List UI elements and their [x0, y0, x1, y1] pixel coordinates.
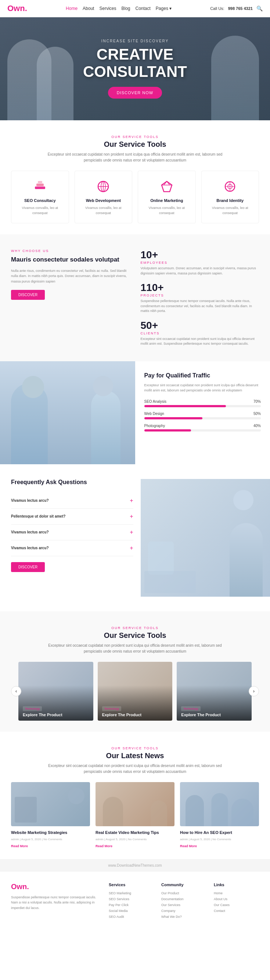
service-card-brand: Brand Identity Vivamus convallis, leo at…	[201, 171, 259, 223]
footer-links-item-3[interactable]: Our Cases	[214, 903, 259, 907]
marketing-card-desc: Vivamus convallis, leo at consequat	[142, 206, 192, 216]
search-icon[interactable]: 🔍	[256, 6, 263, 11]
progress-photography-label: Photography	[144, 424, 165, 428]
footer-services-item-2[interactable]: SEO Services	[109, 897, 154, 901]
traffic-section: Pay for Qualified Traffic Excepteur sint…	[0, 361, 270, 464]
layers-icon	[32, 178, 48, 195]
service-tools-2-label: OUR SERVICE TOOLS	[11, 626, 259, 630]
footer-links-item-2[interactable]: About Us	[214, 897, 259, 901]
faq-plus-icon-4: +	[129, 545, 133, 551]
carousel-tag-1: Technology	[23, 706, 42, 711]
stat-projects: 110+ PROJECTS Suspendisse pellentesque n…	[141, 282, 259, 314]
faq-plus-icon-2: +	[129, 513, 133, 520]
traffic-title: Pay for Qualified Traffic	[144, 372, 261, 379]
nav-right: Call Us: 998 765 4321 🔍	[210, 6, 263, 11]
faq-item-3[interactable]: Vivamus lectus arcu? +	[11, 525, 133, 540]
service-tools-2-section: OUR SERVICE TOOLS Our Service Tools Exce…	[0, 611, 270, 732]
footer-services-item-5[interactable]: SEO Audit	[109, 915, 154, 919]
why-title: Mauris consectetur sodales volutpat	[11, 256, 129, 264]
stat-employees-label: EMPLOYEES	[141, 261, 259, 264]
news-card-3: How to Hire An SEO Expert admin | August…	[180, 782, 259, 848]
brand-card-title: Brand Identity	[205, 198, 255, 203]
hero-section: Increase Site Discovery CREATIVE CONSULT…	[0, 17, 270, 120]
svg-rect-2	[38, 181, 42, 183]
faq-item-2[interactable]: Pellentesque ut dolor sit amet? +	[11, 509, 133, 525]
faq-question-2: Pellentesque ut dolor sit amet?	[11, 514, 65, 518]
faq-discover-button[interactable]: DISCOVER	[11, 562, 45, 572]
marketing-card-title: Online Marketing	[142, 198, 192, 203]
footer-community-item-5[interactable]: What We Do?	[161, 915, 207, 919]
faq-question-4: Vivamus lectus arcu?	[11, 546, 49, 550]
carousel-title-3: Explore The Product	[181, 713, 247, 717]
why-section: WHY CHOOSE US Mauris consectetur sodales…	[0, 234, 270, 361]
service-tools-2-title: Our Service Tools	[11, 631, 259, 640]
service-card-marketing: Online Marketing Vivamus convallis, leo …	[138, 171, 196, 223]
service-tools-title: Our Service Tools	[11, 140, 259, 149]
webdev-card-desc: Vivamus convallis, leo at consequat	[79, 206, 129, 216]
footer-services-item-3[interactable]: Pay Per Click	[109, 903, 154, 907]
news-article-1-readmore[interactable]: Read More	[11, 844, 28, 848]
service-tools-section: OUR SERVICE TOOLS Our Service Tools Exce…	[0, 120, 270, 234]
carousel-prev-button[interactable]: ‹	[11, 686, 21, 696]
footer-community-item-2[interactable]: Documentation	[161, 897, 207, 901]
stat-employees-number: 10+	[141, 249, 259, 261]
stat-clients-number: 50+	[141, 320, 259, 331]
progress-webdesign-fill	[144, 417, 203, 419]
carousel-title-2: Explore The Product	[102, 713, 168, 717]
stat-projects-number: 110+	[141, 282, 259, 294]
nav-contact[interactable]: Contact	[136, 6, 151, 11]
news-article-3-readmore[interactable]: Read More	[180, 844, 197, 848]
svg-rect-1	[36, 184, 44, 186]
seo-card-title: SEO Consultacy	[15, 198, 65, 203]
footer-community-item-1[interactable]: Our Product	[161, 891, 207, 895]
carousel-title-1: Explore The Product	[23, 713, 89, 717]
progress-photography: Photography 40%	[144, 424, 261, 431]
svg-marker-7	[162, 181, 172, 192]
footer-community-item-3[interactable]: Our Services	[161, 903, 207, 907]
nav-logo: Own.	[7, 4, 27, 13]
progress-seo-percent: 70%	[253, 399, 261, 404]
footer-brand-col: Own. Suspendisse pellentesque nunc tempo…	[11, 883, 101, 921]
faq-plus-icon-1: +	[129, 497, 133, 504]
footer-links-item-4[interactable]: Contact	[214, 909, 259, 913]
footer-services-item-1[interactable]: SEO Marketing	[109, 891, 154, 895]
footer-services-title: Services	[109, 883, 154, 887]
grid-icon	[222, 178, 238, 195]
faq-item-4[interactable]: Vivamus lectus arcu? +	[11, 540, 133, 556]
faq-image	[141, 479, 270, 597]
news-article-2-title: Real Estate Video Marketing Tips	[96, 830, 174, 835]
progress-webdesign-percent: 50%	[253, 412, 261, 416]
news-article-2-readmore[interactable]: Read More	[96, 844, 112, 848]
progress-seo-label: SEO Analysis	[144, 399, 167, 404]
progress-seo: SEO Analysis 70%	[144, 399, 261, 407]
carousel-tag-3: Technology	[181, 706, 200, 711]
discover-now-button[interactable]: DISCOVER NOW	[108, 87, 162, 99]
faq-title: Freequently Ask Questions	[11, 479, 133, 485]
footer-links-item-1[interactable]: Home	[214, 891, 259, 895]
globe-icon	[95, 178, 111, 195]
carousel-next-button[interactable]: ›	[249, 686, 259, 696]
hero-sub: Increase Site Discovery	[83, 39, 187, 43]
nav-pages[interactable]: Pages ▾	[156, 6, 172, 11]
faq-item-1[interactable]: Vivamus lectus arcu? +	[11, 493, 133, 509]
nav-call-label: Call Us:	[210, 6, 224, 11]
service-tools-label: OUR SERVICE TOOLS	[11, 135, 259, 139]
news-section: OUR SERVICE TOOLS Our Latest News Except…	[0, 732, 270, 859]
stat-projects-label: PROJECTS	[141, 294, 259, 297]
news-card-1: Website Marketing Strategies admin | Aug…	[11, 782, 90, 848]
carousel-items: Technology Explore The Product Technolog…	[18, 662, 252, 721]
nav-home[interactable]: Home	[66, 6, 77, 11]
footer-community-item-4[interactable]: Company	[161, 909, 207, 913]
news-image-1	[11, 782, 90, 826]
carousel-card-1: Technology Explore The Product	[18, 662, 93, 721]
diamond-icon	[159, 178, 175, 195]
footer-services-item-4[interactable]: Social Media	[109, 909, 154, 913]
stat-employees-desc: Volutputem accumsum. Donec accumsan, era…	[141, 266, 259, 276]
faq-question-1: Vivamus lectus arcu?	[11, 498, 49, 503]
nav-about[interactable]: About	[83, 6, 94, 11]
why-discover-button[interactable]: DISCOVER	[11, 290, 45, 300]
news-article-1-meta: admin | August 5, 2020 | No Comments	[11, 838, 90, 841]
nav-phone[interactable]: 998 765 4321	[228, 6, 253, 11]
nav-blog[interactable]: Blog	[121, 6, 130, 11]
nav-services[interactable]: Services	[99, 6, 116, 11]
